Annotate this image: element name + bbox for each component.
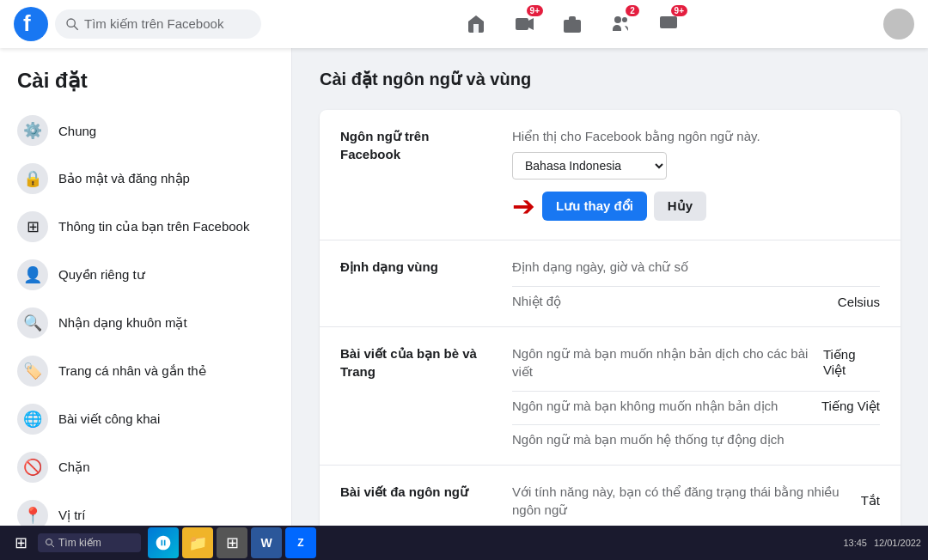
sidebar-item-thongtin[interactable]: ⊞ Thông tin của bạn trên Facebook [7,203,284,251]
baivietcongkhai-icon: 🌐 [17,404,48,435]
dinhdang-desc: Định dạng ngày, giờ và chữ số [512,258,880,276]
taskbar-search-placeholder: Tìm kiếm [58,537,101,549]
svg-point-10 [46,539,52,545]
sidebar-item-label-baomat: Bảo mật và đăng nhập [58,171,190,186]
ngonngu-row: Ngôn ngữ trên Facebook Hiển thị cho Face… [320,110,901,240]
baiviet-no-translate-label: Ngôn ngữ mà bạn không muốn nhận bản dịch [512,399,821,414]
svg-line-11 [52,545,55,548]
dangonngu-row: Bài viết đa ngôn ngữ Với tính năng này, … [320,466,901,526]
baiviet-label: Bài viết của bạn bè và Trang [340,344,512,380]
video-badge: 9+ [527,5,543,16]
friends-badge: 2 [626,5,639,16]
ngonngu-label: Ngôn ngữ trên Facebook [340,127,512,163]
nav-friends-button[interactable]: 2 [600,3,641,45]
nhiet-do-value: Celsius [838,295,880,309]
nav-home-button[interactable] [455,3,497,45]
svg-text:f: f [23,10,31,36]
svg-line-3 [74,26,78,30]
nhiet-do-label: Nhiệt độ [512,294,838,309]
sidebar-item-chung[interactable]: ⚙️ Chung [7,107,284,155]
svg-point-8 [622,17,627,22]
sidebar-item-label-vitri: Vị trí [58,508,86,523]
chung-icon: ⚙️ [17,115,48,146]
sidebar-item-label-trangcanhan: Trang cá nhân và gắn thẻ [58,363,206,379]
sidebar-item-label-baivietcongkhai: Bài viết công khai [58,411,160,427]
baiviet-sub1: Ngôn ngữ mà bạn không muốn nhận bản dịch… [512,391,880,414]
arrow-container: ➔ Lưu thay đổi Hủy [512,190,880,222]
ngonngu-content: Hiển thị cho Facebook bằng ngôn ngữ này.… [512,127,880,222]
sidebar-item-vitri[interactable]: 📍 Vị trí [7,491,284,526]
baiviet-sub2: Ngôn ngữ mà bạn muốn hệ thống tự động dị… [512,424,880,447]
chan-icon: 🚫 [17,452,48,483]
dinhdang-row: Định dạng vùng Định dạng ngày, giờ và ch… [320,240,901,327]
svg-point-0 [14,7,48,41]
taskbar-apps: 📁 ⊞ W Z [148,527,316,558]
start-button[interactable]: ⊞ [7,529,34,557]
navbar-center: 9+ 2 9+ [261,3,883,45]
sidebar-item-baivietcongkhai[interactable]: 🌐 Bài viết công khai [7,395,284,443]
avatar[interactable] [883,9,914,40]
taskbar-search-icon [45,538,55,548]
sidebar-item-label-chan: Chặn [58,460,90,475]
nav-video-button[interactable]: 9+ [504,3,545,45]
trangcanhan-icon: 🏷️ [17,356,48,387]
taskbar-zalo[interactable]: Z [285,527,316,558]
taskbar-apps-btn[interactable]: ⊞ [217,527,247,558]
nav-store-button[interactable] [552,3,593,45]
sidebar-item-quyenriengtu[interactable]: 👤 Quyền riêng tư [7,251,284,299]
svg-point-2 [67,19,75,27]
sidebar-item-label-thongtin: Thông tin của bạn trên Facebook [58,219,249,234]
facebook-logo-icon[interactable]: f [14,7,48,41]
sidebar-item-label-quyenriengtu: Quyền riêng tư [58,267,145,283]
baomat-icon: 🔒 [17,163,48,194]
btn-row: Lưu thay đổi Hủy [542,192,706,221]
sidebar-item-nhandang[interactable]: 🔍 Nhận dạng khuôn mặt [7,299,284,347]
taskbar-date: 12/01/2022 [874,538,921,548]
save-button[interactable]: Lưu thay đổi [542,192,647,221]
dangonngu-content: Với tính năng này, bạn có thể đăng trạng… [512,483,880,519]
ngonngu-desc: Hiển thị cho Facebook bằng ngôn ngữ này. [512,127,880,145]
taskbar-word[interactable]: W [251,527,282,558]
search-box[interactable]: Tìm kiếm trên Facebook [55,9,261,39]
sidebar-item-trangcanhan[interactable]: 🏷️ Trang cá nhân và gắn thẻ [7,347,284,395]
baiviet-value: Tiếng Việt [823,347,880,378]
baiviet-row: Bài viết của bạn bè và Trang Ngôn ngữ mà… [320,327,901,466]
quyenriengtu-icon: 👤 [17,259,48,290]
language-select[interactable]: Tiếng Việt English (US) Bahasa Indonesia… [512,152,667,180]
svg-rect-4 [516,18,528,30]
navbar-left: f Tìm kiếm trên Facebook [14,7,261,41]
main-layout: Cài đặt ⚙️ Chung 🔒 Bảo mật và đăng nhập … [0,48,928,526]
svg-rect-6 [564,20,581,33]
svg-rect-9 [660,16,677,28]
nav-messages-button[interactable]: 9+ [648,3,689,45]
baiviet-main-row: Ngôn ngữ mà bạn muốn nhận bản dịch cho c… [512,344,880,380]
content: Cài đặt ngôn ngữ và vùng Ngôn ngữ trên F… [292,48,928,526]
taskbar-tray: 13:45 12/01/2022 [843,538,921,548]
search-placeholder: Tìm kiếm trên Facebook [84,16,223,32]
baiviet-desc: Ngôn ngữ mà bạn muốn nhận bản dịch cho c… [512,344,823,380]
thongtin-icon: ⊞ [17,211,48,242]
settings-card: Ngôn ngữ trên Facebook Hiển thị cho Face… [320,110,901,526]
sidebar-item-baomat[interactable]: 🔒 Bảo mật và đăng nhập [7,155,284,203]
messages-badge: 9+ [671,5,687,16]
dangonngu-value: Tắt [861,493,880,508]
dinhdang-label: Định dạng vùng [340,258,512,276]
svg-point-7 [614,16,621,23]
page-title: Cài đặt ngôn ngữ và vùng [320,69,901,89]
taskbar-edge[interactable] [148,527,179,558]
search-icon [65,17,79,31]
cancel-button[interactable]: Hủy [654,192,706,221]
baiviet-no-translate-value: Tiếng Việt [821,399,880,414]
taskbar: ⊞ Tìm kiếm 📁 ⊞ W Z 13:45 12/01/2022 [0,526,928,560]
sidebar-item-chan[interactable]: 🚫 Chặn [7,443,284,491]
svg-marker-5 [528,18,534,30]
taskbar-search[interactable]: Tìm kiếm [38,533,141,552]
lang-select-wrapper: Tiếng Việt English (US) Bahasa Indonesia… [512,152,880,180]
dangonngu-label: Bài viết đa ngôn ngữ [340,483,512,501]
taskbar-explorer[interactable]: 📁 [182,527,213,558]
sidebar: Cài đặt ⚙️ Chung 🔒 Bảo mật và đăng nhập … [0,48,292,526]
navbar-right [883,9,914,40]
sidebar-item-label-nhandang: Nhận dạng khuôn mặt [58,315,187,331]
nhiet-do-row: Nhiệt độ Celsius [512,286,880,309]
sidebar-title: Cài đặt [7,62,284,107]
